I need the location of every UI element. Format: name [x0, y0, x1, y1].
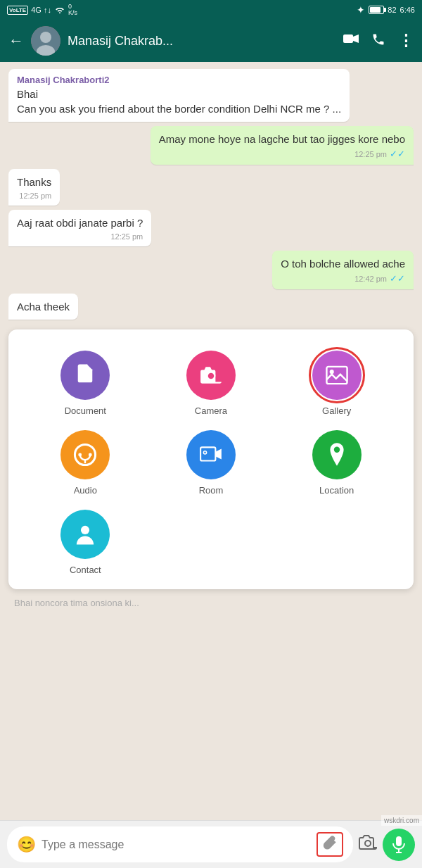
gallery-label: Gallery	[322, 405, 351, 416]
voice-call-button[interactable]	[371, 32, 385, 50]
contact-name[interactable]: Manasij Chakrab...	[68, 34, 336, 49]
message-meta: 12:42 pm ✓✓	[281, 273, 405, 284]
location-label: Location	[319, 485, 354, 496]
message-time: 12:25 pm	[19, 191, 51, 200]
wifi-icon	[54, 5, 65, 15]
message-text: BhaiCan you ask you friend about the bor…	[17, 87, 341, 116]
message-meta: 12:25 pm	[17, 232, 143, 241]
message-received-3: Aaj raat obdi janate parbi ? 12:25 pm	[8, 210, 151, 246]
audio-icon-circle	[60, 430, 110, 479]
svg-point-6	[207, 372, 215, 380]
message-text: O toh bolche allowed ache	[281, 256, 405, 271]
svg-rect-19	[396, 836, 402, 846]
attach-room[interactable]: Room	[155, 430, 267, 496]
room-icon-circle	[186, 430, 236, 479]
document-icon-circle	[60, 351, 110, 400]
signal-strength: 4G ↑↓	[31, 6, 51, 14]
svg-point-2	[40, 32, 51, 43]
emoji-button[interactable]: 😊	[17, 836, 36, 854]
message-sent-1: Amay mone hoye na lagche but tao jigges …	[151, 126, 414, 165]
attachment-button[interactable]	[316, 832, 343, 857]
mic-button[interactable]	[383, 829, 415, 861]
svg-point-11	[89, 453, 92, 457]
message-text: Aaj raat obdi janate parbi ?	[17, 215, 143, 230]
message-input-area: 😊	[7, 826, 353, 862]
attachment-panel: Document Camera	[8, 329, 414, 589]
watermark: wskdri.com	[381, 815, 422, 826]
room-label: Room	[199, 485, 224, 496]
svg-point-17	[81, 526, 89, 534]
message-time: 12:25 pm	[110, 232, 143, 241]
time-display: 6:46	[400, 6, 415, 14]
camera-label: Camera	[195, 405, 227, 416]
battery-icon	[369, 6, 384, 14]
more-options-button[interactable]: ⋮	[398, 32, 414, 50]
message-ticks: ✓✓	[390, 273, 405, 284]
audio-label: Audio	[74, 485, 97, 496]
svg-rect-4	[343, 34, 353, 43]
partial-message-preview: Bhai noncora tima onsiona ki...	[8, 595, 414, 611]
message-sender: Manasij Chakraborti2	[17, 75, 341, 85]
message-input[interactable]	[41, 838, 311, 851]
document-label: Document	[65, 405, 106, 416]
attach-contact[interactable]: Contact	[30, 510, 141, 575]
svg-point-18	[365, 841, 371, 846]
svg-marker-5	[353, 34, 359, 43]
svg-point-0	[59, 12, 60, 13]
contact-avatar	[31, 26, 60, 56]
svg-point-10	[79, 453, 82, 457]
attach-gallery[interactable]: Gallery	[281, 351, 392, 416]
video-call-button[interactable]	[343, 34, 359, 49]
message-ticks: ✓✓	[390, 149, 405, 159]
message-text: Thanks	[17, 175, 51, 189]
svg-point-15	[203, 451, 206, 454]
message-received-4: Acha theek	[8, 294, 78, 320]
svg-marker-14	[215, 449, 222, 460]
bluetooth-icon: ✦	[357, 4, 365, 15]
message-sent-2: O toh bolche allowed ache 12:42 pm ✓✓	[272, 251, 414, 289]
attach-camera[interactable]: Camera	[155, 351, 267, 416]
message-input-bar: 😊	[0, 820, 422, 868]
attach-document[interactable]: Document	[30, 351, 141, 416]
attach-location[interactable]: Location	[281, 430, 392, 496]
chat-header: ← Manasij Chakrab... ⋮	[0, 20, 422, 62]
header-actions: ⋮	[343, 32, 414, 50]
contact-icon-circle	[60, 510, 110, 559]
data-speed: 0K/s	[68, 4, 77, 16]
battery-percent: 82	[388, 6, 396, 14]
message-meta: 12:25 pm ✓✓	[159, 149, 405, 159]
chat-area: Manasij Chakraborti2 BhaiCan you ask you…	[0, 62, 422, 696]
message-text: Acha theek	[17, 299, 70, 314]
svg-point-16	[333, 447, 339, 453]
svg-rect-13	[200, 447, 215, 460]
location-icon-circle	[312, 430, 362, 479]
back-button[interactable]: ←	[8, 32, 24, 50]
status-left: VoLTE 4G ↑↓ 0K/s	[7, 4, 77, 16]
attach-audio[interactable]: Audio	[30, 430, 141, 496]
message-received-1: Manasij Chakraborti2 BhaiCan you ask you…	[8, 69, 350, 122]
message-time: 12:42 pm	[354, 275, 387, 283]
gallery-icon-circle	[312, 351, 362, 400]
status-bar: VoLTE 4G ↑↓ 0K/s ✦ 82 6:46	[0, 0, 422, 20]
message-text: Amay mone hoye na lagche but tao jigges …	[159, 132, 405, 146]
message-received-2: Thanks 12:25 pm	[8, 169, 60, 206]
attachment-grid: Document Camera	[15, 344, 407, 582]
camera-icon-circle	[186, 351, 236, 400]
contact-label: Contact	[70, 565, 101, 575]
message-meta: 12:25 pm	[17, 191, 51, 200]
camera-input-button[interactable]	[359, 835, 377, 855]
status-right: ✦ 82 6:46	[357, 4, 415, 15]
volte-badge: VoLTE	[7, 6, 28, 15]
message-time: 12:25 pm	[354, 150, 387, 158]
